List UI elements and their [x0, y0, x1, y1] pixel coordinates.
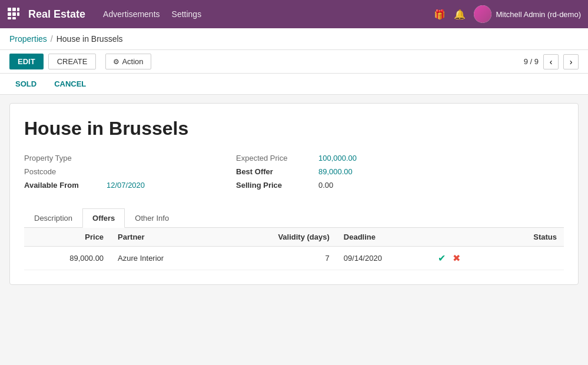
property-type-row: Property Type	[24, 154, 212, 162]
col-price: Price	[24, 228, 111, 247]
svg-rect-6	[8, 17, 11, 19]
user-name: Mitchell Admin (rd-demo)	[496, 10, 582, 19]
right-fields: Expected Price 100,000.00 Best Offer 89,…	[236, 154, 564, 194]
status-bar: SOLD CANCEL	[0, 74, 588, 95]
selling-price-row: Selling Price 0.00	[236, 181, 564, 190]
svg-rect-5	[17, 12, 19, 16]
bell-icon[interactable]: 🔔	[454, 9, 466, 20]
left-fields: Property Type Postcode Available From 12…	[24, 154, 212, 194]
col-status: Status	[496, 228, 564, 247]
offer-partner: Azure Interior	[111, 247, 218, 270]
top-navigation: Real Estate Advertisements Settings 🎁 🔔 …	[0, 0, 588, 28]
form-card: House in Brussels Property Type Postcode…	[9, 103, 579, 285]
tab-other-info[interactable]: Other Info	[125, 208, 179, 228]
tab-description[interactable]: Description	[24, 208, 82, 228]
available-from-label: Available From	[24, 181, 107, 190]
breadcrumb-current: House in Brussels	[57, 34, 123, 44]
offer-deadline: 09/14/2020	[337, 247, 431, 270]
postcode-row: Postcode	[24, 167, 212, 176]
col-deadline: Deadline	[337, 228, 431, 247]
available-from-value: 12/07/2020	[107, 181, 145, 190]
action-button[interactable]: ⚙Action	[105, 54, 151, 69]
reject-icon[interactable]: ✖	[453, 253, 460, 264]
fields-section: Property Type Postcode Available From 12…	[24, 154, 564, 194]
svg-rect-1	[12, 8, 16, 11]
table-header-row: Price Partner Validity (days) Deadline S…	[24, 228, 564, 247]
offer-actions: ✔ ✖	[431, 247, 496, 270]
selling-price-value: 0.00	[318, 181, 333, 190]
main-content: House in Brussels Property Type Postcode…	[0, 95, 588, 361]
offer-validity: 7	[219, 247, 337, 270]
expected-price-value: 100,000.00	[318, 154, 357, 162]
offer-status	[496, 247, 564, 270]
best-offer-value: 89,000.00	[318, 167, 353, 176]
pagination-next[interactable]: ›	[563, 54, 579, 69]
action-bar: EDIT CREATE ⚙Action 9 / 9 ‹ ›	[0, 50, 588, 74]
avatar	[474, 5, 491, 23]
tabs: Description Offers Other Info	[24, 208, 564, 228]
svg-rect-7	[12, 17, 16, 19]
actions-cell: ✔ ✖	[438, 253, 489, 264]
svg-rect-4	[12, 12, 16, 16]
gear-icon: ⚙	[113, 58, 119, 66]
svg-rect-3	[8, 12, 11, 16]
col-actions	[431, 228, 496, 247]
topnav-right: 🎁 🔔 Mitchell Admin (rd-demo)	[434, 5, 582, 23]
svg-rect-0	[8, 8, 11, 11]
nav-links: Advertisements Settings	[103, 9, 433, 19]
tab-offers[interactable]: Offers	[82, 208, 125, 228]
expected-price-label: Expected Price	[236, 154, 318, 162]
breadcrumb: Properties / House in Brussels	[0, 28, 588, 50]
best-offer-label: Best Offer	[236, 167, 318, 176]
apps-menu-icon[interactable]	[7, 7, 20, 22]
nav-settings[interactable]: Settings	[172, 9, 202, 19]
available-from-row: Available From 12/07/2020	[24, 181, 212, 190]
edit-button[interactable]: EDIT	[9, 54, 44, 69]
app-title: Real Estate	[28, 8, 85, 21]
col-partner: Partner	[111, 228, 218, 247]
property-title: House in Brussels	[24, 118, 564, 140]
property-type-label: Property Type	[24, 154, 107, 162]
breadcrumb-parent[interactable]: Properties	[9, 34, 47, 44]
user-menu[interactable]: Mitchell Admin (rd-demo)	[474, 5, 582, 23]
svg-rect-2	[17, 8, 19, 11]
offers-table: Price Partner Validity (days) Deadline S…	[24, 228, 564, 270]
pagination-prev[interactable]: ‹	[543, 54, 559, 69]
cancel-status-button[interactable]: CANCEL	[48, 77, 92, 91]
col-validity: Validity (days)	[219, 228, 337, 247]
expected-price-row: Expected Price 100,000.00	[236, 154, 564, 162]
postcode-label: Postcode	[24, 167, 107, 176]
sold-button[interactable]: SOLD	[9, 77, 42, 91]
pagination-count: 9 / 9	[524, 57, 539, 66]
table-row: 89,000.00 Azure Interior 7 09/14/2020 ✔ …	[24, 247, 564, 270]
create-button[interactable]: CREATE	[48, 54, 97, 69]
nav-advertisements[interactable]: Advertisements	[103, 9, 160, 19]
offer-price: 89,000.00	[24, 247, 111, 270]
breadcrumb-separator: /	[51, 34, 53, 44]
accept-icon[interactable]: ✔	[438, 253, 446, 264]
gift-icon[interactable]: 🎁	[434, 9, 446, 20]
selling-price-label: Selling Price	[236, 181, 318, 190]
best-offer-row: Best Offer 89,000.00	[236, 167, 564, 176]
pagination: 9 / 9 ‹ ›	[524, 54, 579, 69]
